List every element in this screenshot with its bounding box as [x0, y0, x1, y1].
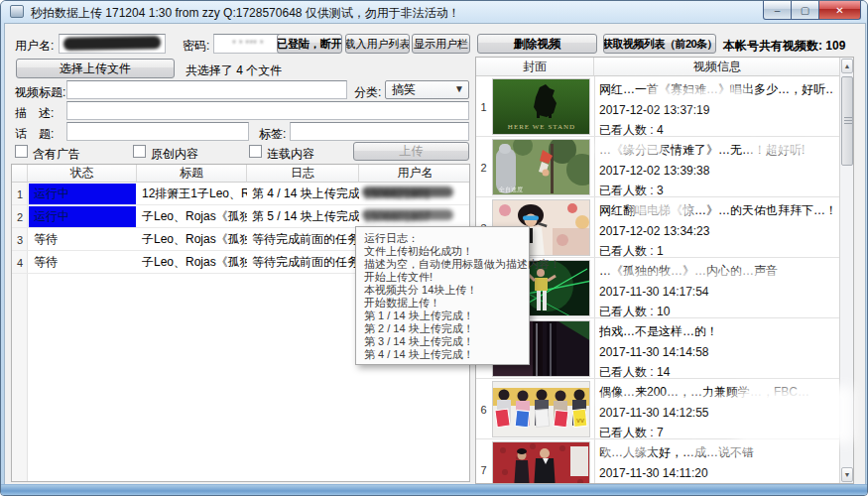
video-cover-thumbnail[interactable]: HERE WE STAND — [492, 78, 590, 135]
column-header-cover[interactable]: 封面 — [476, 58, 594, 76]
status-cell: 等待 — [29, 251, 136, 274]
censor-scribble — [362, 186, 453, 197]
log-cell: 等待完成前面的任务 — [247, 251, 359, 274]
video-date: 2017-12-02 13:34:23 — [599, 224, 834, 238]
censor-scribble — [362, 209, 453, 220]
topic-input[interactable] — [66, 122, 249, 141]
log-cell: 第 5 / 14 块上传完成！ — [247, 205, 359, 228]
svg-text:VV: VV — [576, 418, 584, 424]
column-header-title[interactable]: 标题 — [137, 165, 247, 183]
video-date: 2017-12-02 13:39:38 — [599, 164, 834, 178]
scrollbar-grip — [844, 117, 852, 118]
description-label: 描 述: — [15, 105, 54, 122]
censor-scribble — [63, 36, 161, 51]
column-header-user[interactable]: 用户名 — [359, 165, 470, 183]
video-date: 2017-12-02 13:37:19 — [599, 103, 834, 117]
tooltip-line: 文件上传初始化成功！ — [364, 245, 521, 258]
svg-text:HERE WE STAND: HERE WE STAND — [508, 123, 575, 131]
row-number: 1 — [12, 183, 28, 205]
video-row[interactable]: 7 欧…人缘太好，…成…说不错 2017-11-30 14:11:20 — [476, 439, 840, 484]
log-cell: 等待完成前面的任务 — [247, 228, 359, 251]
column-header-status[interactable]: 状态 — [28, 165, 137, 183]
park-acrobat-image: 全自速度 — [493, 140, 590, 195]
video-title-label: 视频标题: — [15, 84, 65, 101]
video-count-label: 本帐号共有视频数: 109 — [723, 38, 845, 55]
caption-buttons: – ▢ ✕ — [763, 1, 861, 20]
tooltip-line: 第 4 / 14 块上传完成！ — [364, 348, 521, 361]
original-checkbox-label: 原创内容 — [151, 146, 198, 163]
tooltip-line: 运行日志： — [364, 232, 521, 245]
run-log-tooltip: 运行日志： 文件上传初始化成功！ 描述为空，自动使用标题做为描述内容！ 开始上传… — [355, 226, 530, 365]
tooltip-line: 本视频共分 14块上传！ — [364, 284, 521, 297]
video-row[interactable]: 1 HERE WE STAND 网红…一首《寡妇难…》唱出多少…，好听…了！ 2… — [476, 76, 840, 137]
video-date: 2017-11-30 14:14:58 — [599, 345, 834, 359]
load-user-list-button[interactable]: 载入用户列表 — [345, 34, 410, 54]
app-icon — [10, 5, 24, 18]
tag-input[interactable] — [290, 122, 469, 141]
censor-blur — [687, 444, 753, 456]
category-value: 搞笑 — [392, 81, 416, 98]
video-title-input[interactable] — [66, 80, 347, 99]
row-number: 2 — [476, 137, 491, 197]
title-cell: 12排箫王1子Leo、Roja... — [137, 183, 247, 205]
app-window: 秒拍数据上传 171204 1:30 from zzy Q:1728570648… — [0, 0, 868, 496]
scrollbar-thumb[interactable] — [841, 76, 853, 166]
censor-blur — [632, 203, 693, 216]
files-selected-text: 共选择了 4 个文件 — [186, 62, 282, 79]
column-header-info[interactable]: 视频信息 — [594, 58, 840, 76]
window-title: 秒拍数据上传 171204 1:30 from zzy Q:1728570648… — [31, 5, 460, 22]
here-we-stand-banner-image: HERE WE STAND — [493, 79, 590, 135]
login-toggle-button[interactable]: 已登陆，断开 — [277, 34, 342, 54]
password-label: 密码: — [183, 38, 209, 55]
scroll-down-button[interactable]: ▼ — [841, 467, 853, 482]
fetch-video-list-button[interactable]: 获取视频列表（前20条） — [603, 34, 716, 54]
title-cell: 子Leo、Rojas《孤独的2... — [137, 205, 247, 228]
choose-upload-files-button[interactable]: 选择上传文件 — [16, 59, 175, 78]
video-title: 拍戏…不是这样…的！ — [599, 323, 834, 340]
video-cover-thumbnail[interactable]: 全自速度 — [492, 139, 590, 195]
video-date: 2017-11-30 14:11:20 — [599, 466, 834, 480]
delete-video-button[interactable]: 删除视频 — [477, 34, 597, 54]
row-number: 6 — [476, 379, 491, 439]
status-cell: 运行中 — [29, 206, 136, 227]
video-cover-thumbnail[interactable]: VV — [492, 381, 590, 437]
title-bar[interactable]: 秒拍数据上传 171204 1:30 from zzy Q:1728570648… — [1, 1, 867, 23]
username-label: 用户名: — [15, 38, 54, 55]
serial-checkbox[interactable] — [249, 145, 262, 158]
video-cover-thumbnail[interactable] — [492, 441, 590, 484]
serial-checkbox-label: 连载内容 — [267, 146, 314, 163]
red-carpet-couple-image — [493, 442, 590, 484]
row-number: 3 — [12, 228, 28, 251]
censor-blur — [608, 270, 797, 284]
upload-button[interactable]: 上传 — [353, 142, 469, 161]
category-label: 分类: — [354, 84, 381, 101]
tooltip-line: 第 1 / 14 块上传完成！ — [364, 310, 521, 322]
minimize-button[interactable]: – — [763, 1, 792, 20]
show-user-panel-button[interactable]: 显示用户栏 — [412, 34, 470, 54]
tooltip-line: 开始数据上传！ — [364, 297, 521, 310]
title-cell: 子Leo、Rojas《孤独的牧... — [137, 251, 247, 274]
row-number: 4 — [12, 251, 28, 274]
column-header-log[interactable]: 日志 — [247, 165, 359, 183]
video-row[interactable]: 5 拍戏…不是这样…的！ 2017-11-30 14:14:58 已看人数 : … — [476, 318, 840, 379]
tooltip-line: 描述为空，自动使用标题做为描述内容！ — [364, 258, 521, 271]
close-button[interactable]: ✕ — [819, 1, 861, 20]
row-number: 7 — [476, 439, 491, 484]
status-cell: 等待 — [29, 228, 136, 251]
original-checkbox[interactable] — [133, 145, 146, 158]
row-number: 2 — [12, 205, 28, 228]
password-dots: * * *** * — [232, 39, 264, 50]
log-cell: 第 4 / 14 块上传完成！ — [247, 183, 359, 205]
censor-blur — [646, 87, 750, 102]
table-corner — [12, 165, 28, 183]
censor-blur — [602, 444, 654, 456]
ad-checkbox[interactable] — [15, 145, 28, 158]
censor-blur — [596, 142, 664, 155]
description-input[interactable] — [66, 101, 469, 120]
category-select[interactable]: 搞笑 ▼ — [385, 80, 469, 99]
scroll-up-button[interactable]: ▲ — [841, 59, 853, 73]
tooltip-line: 第 2 / 14 块上传完成！ — [364, 322, 521, 335]
maximize-button[interactable]: ▢ — [792, 1, 819, 20]
status-cell: 运行中 — [29, 184, 136, 204]
svg-text:全自速度: 全自速度 — [498, 186, 523, 193]
